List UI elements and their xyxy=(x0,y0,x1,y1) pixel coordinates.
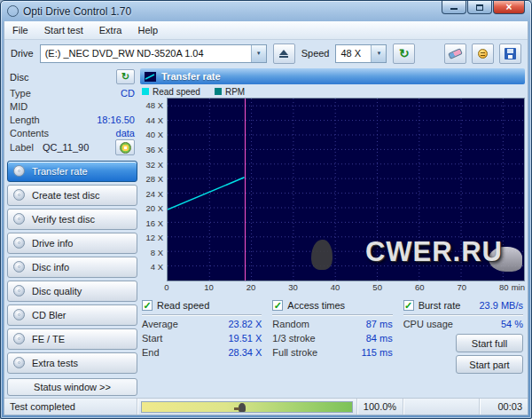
minimize-icon xyxy=(450,8,458,10)
nav-label: Verify test disc xyxy=(32,214,95,225)
disc-icon xyxy=(13,261,25,273)
x-axis-unit: min xyxy=(512,282,525,292)
cpu-usage-label: CPU usage xyxy=(403,319,453,329)
read-speed-checkbox[interactable] xyxy=(142,300,153,311)
cpu-usage-row: CPU usage 54 % xyxy=(403,315,523,329)
read-speed-head: Read speed xyxy=(142,299,262,315)
nav-fe-te[interactable]: FE / TE xyxy=(7,328,137,350)
erase-disc-button[interactable] xyxy=(444,43,466,64)
menu-help[interactable]: Help xyxy=(129,21,166,39)
read-speed-results: Read speed Average 23.82 X Start 19.51 X… xyxy=(142,299,262,396)
nav-label: Drive info xyxy=(32,238,73,249)
menu-start-test[interactable]: Start test xyxy=(36,21,91,39)
disc-icon xyxy=(120,142,131,154)
burst-rate-results: Burst rate 23.9 MB/s CPU usage 54 % Star… xyxy=(403,299,523,396)
drive-select[interactable]: (E:) _NEC DVD_RW ND-3520A 1.04 xyxy=(40,44,267,63)
status-window-button[interactable]: Status window >> xyxy=(7,378,137,396)
cpu-usage-value: 54 % xyxy=(501,319,523,329)
maximize-button[interactable] xyxy=(467,1,492,14)
access-times-checkbox[interactable] xyxy=(272,300,283,311)
y-tick-label: 28 X xyxy=(145,174,163,184)
row-label: 1/3 stroke xyxy=(272,333,315,344)
menubar: File Start test Extra Help xyxy=(4,21,528,40)
field-label: Label QC_11_90 xyxy=(10,139,135,155)
sidebar-nav: Transfer rate Create test disc Verify te… xyxy=(7,159,137,375)
x-tick-label: 20 xyxy=(246,282,256,292)
app-icon xyxy=(7,5,19,17)
chart-icon xyxy=(145,72,156,82)
transfer-rate-header: Transfer rate xyxy=(140,68,525,84)
field-contents: Contents data xyxy=(10,126,135,139)
disc-icon xyxy=(13,309,25,320)
field-mid-label: MID xyxy=(10,101,27,112)
y-tick-label: 16 X xyxy=(145,217,163,227)
speed-select[interactable]: 48 X xyxy=(335,44,387,63)
sidebar: Disc Type CD MID Length 18:16.50 xyxy=(7,68,137,396)
y-tick-label: 48 X xyxy=(145,100,163,110)
y-tick-label: 20 X xyxy=(145,203,163,213)
window-title: Opti Drive Control 1.70 xyxy=(23,5,131,18)
progress-bar xyxy=(141,401,353,413)
nav-verify-test-disc[interactable]: Verify test disc xyxy=(7,209,137,230)
nav-disc-quality[interactable]: Disc quality xyxy=(7,281,137,302)
save-results-button[interactable] xyxy=(499,43,521,64)
refresh-speeds-button[interactable] xyxy=(393,43,415,64)
row-label: End xyxy=(142,347,160,358)
start-full-button[interactable]: Start full xyxy=(456,334,523,352)
result-row: Average 23.82 X xyxy=(142,315,262,329)
statusbar: Test completed 100.0% 00:03 xyxy=(4,398,528,415)
read-speed-title: Read speed xyxy=(157,300,209,311)
menu-extra[interactable]: Extra xyxy=(91,21,130,39)
nav-cd-bler[interactable]: CD Bler xyxy=(7,304,137,326)
disc-label-button[interactable] xyxy=(115,139,135,155)
row-value: 84 ms xyxy=(366,333,393,344)
save-icon xyxy=(505,48,516,59)
start-part-button[interactable]: Start part xyxy=(456,355,523,374)
result-row: End 28.34 X xyxy=(142,344,262,358)
status-window-label: Status window >> xyxy=(34,382,111,392)
result-row: Full stroke 115 ms xyxy=(272,344,392,358)
x-tick-label: 70 xyxy=(457,282,466,292)
result-row: 1/3 stroke 84 ms xyxy=(272,329,392,344)
nav-transfer-rate[interactable]: Transfer rate xyxy=(7,161,137,182)
field-contents-value: data xyxy=(116,128,135,138)
eraser-icon xyxy=(448,48,463,59)
legend-read-speed: Read speed xyxy=(142,87,200,97)
disc-section-header: Disc xyxy=(7,68,137,85)
y-tick-label: 44 X xyxy=(145,115,163,124)
nav-label: Extra tests xyxy=(32,358,78,368)
rpm-swatch xyxy=(215,88,222,95)
chevron-down-icon[interactable] xyxy=(371,45,386,62)
content-area: Disc Type CD MID Length 18:16.50 xyxy=(4,67,528,398)
disc-icon xyxy=(13,165,25,177)
toolbar: Drive (E:) _NEC DVD_RW ND-3520A 1.04 Spe… xyxy=(4,40,528,67)
minimize-button[interactable] xyxy=(442,1,466,14)
row-label: Start xyxy=(142,333,162,344)
bug-report-button[interactable] xyxy=(472,43,494,64)
drive-select-value: (E:) _NEC DVD_RW ND-3520A 1.04 xyxy=(41,48,208,59)
chevron-down-icon[interactable] xyxy=(251,45,266,62)
disc-icon xyxy=(13,333,25,344)
nav-disc-info[interactable]: Disc info xyxy=(7,257,137,278)
watermark: CWER.RU xyxy=(365,236,503,268)
disc-refresh-button[interactable] xyxy=(116,69,135,84)
eject-button[interactable] xyxy=(273,43,295,64)
close-button[interactable] xyxy=(493,1,525,14)
x-tick-label: 80 xyxy=(499,282,509,292)
burst-rate-checkbox[interactable] xyxy=(403,300,414,311)
nav-label: FE / TE xyxy=(32,334,65,344)
nav-extra-tests[interactable]: Extra tests xyxy=(7,352,137,374)
legend-label: RPM xyxy=(225,87,245,97)
field-length-value: 18:16.50 xyxy=(97,115,135,125)
nav-drive-info[interactable]: Drive info xyxy=(7,233,137,254)
titlebar[interactable]: Opti Drive Control 1.70 xyxy=(4,1,528,21)
nav-label: Create test disc xyxy=(32,190,99,201)
y-axis: 4 X8 X12 X16 X20 X24 X28 X32 X36 X40 X44… xyxy=(140,98,167,281)
disc-icon xyxy=(13,237,25,249)
nav-create-test-disc[interactable]: Create test disc xyxy=(7,185,137,206)
disc-icon xyxy=(13,285,25,296)
menu-file[interactable]: File xyxy=(4,21,36,39)
start-full-label: Start full xyxy=(472,338,507,349)
main-panel: Transfer rate Read speed RPM 4 X8 X12 X1… xyxy=(140,68,525,396)
status-message: Test completed xyxy=(4,399,137,415)
